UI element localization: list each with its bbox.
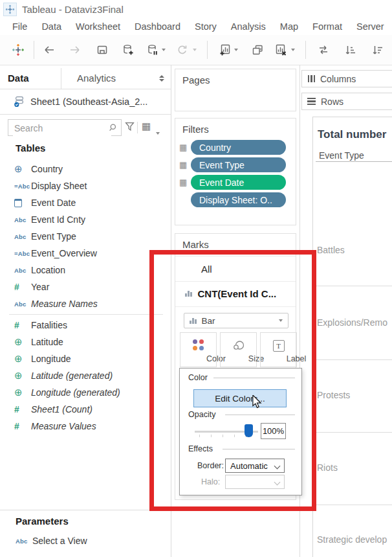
table-icon: ▦ <box>179 143 188 152</box>
add-data-source-icon[interactable] <box>122 43 135 56</box>
tableau-logo-icon <box>3 3 17 16</box>
fields-list: ⊕Country =AbcDisplay Sheet Event Date Ab… <box>0 161 171 435</box>
row-header-strategic[interactable]: Strategic develop <box>317 534 387 545</box>
calculated-string-icon: =Abc <box>14 183 31 190</box>
pages-shelf[interactable]: Pages <box>175 69 296 111</box>
header-underline <box>316 161 392 162</box>
column-field-header[interactable]: Event Type <box>319 150 364 161</box>
search-input[interactable] <box>13 120 111 136</box>
datasource-item[interactable]: Sheet1 (Southeast-Asia_2... <box>0 89 171 115</box>
datasource-name: Sheet1 (Southeast-Asia_2... <box>30 97 147 107</box>
gridline <box>315 286 392 286</box>
marks-label: Marks <box>182 239 296 250</box>
new-worksheet-icon[interactable] <box>219 43 232 56</box>
clear-dropdown-icon[interactable] <box>291 49 295 51</box>
pause-auto-updates-icon[interactable] <box>146 43 159 56</box>
rows-shelf[interactable]: Rows <box>301 93 392 110</box>
field-location[interactable]: AbcLocation <box>0 262 171 278</box>
parameters-divider <box>0 510 171 510</box>
menu-server[interactable]: Server <box>349 21 391 32</box>
field-latitude[interactable]: ⊕Latitude <box>0 334 171 350</box>
field-latitude-generated[interactable]: ⊕Latitude (generated) <box>0 367 171 384</box>
field-event-id-cnty[interactable]: AbcEvent Id Cnty <box>0 211 171 228</box>
field-longitude-generated[interactable]: ⊕Longitude (generated) <box>0 384 171 401</box>
pane-tabs: Data Analytics <box>0 68 171 89</box>
toolbar-separator <box>34 41 34 59</box>
menu-data[interactable]: Data <box>34 21 69 32</box>
number-icon: # <box>14 320 31 330</box>
gridline <box>315 432 392 433</box>
redo-icon[interactable] <box>69 43 82 56</box>
columns-shelf[interactable]: Columns <box>301 70 392 87</box>
globe-icon: ⊕ <box>14 336 31 348</box>
sort-descending-icon[interactable] <box>371 43 384 56</box>
pane-splitter-icon[interactable] <box>159 75 164 82</box>
menu-analysis[interactable]: Analysis <box>224 21 273 32</box>
row-header-battles[interactable]: Battles <box>317 245 345 255</box>
menu-map[interactable]: Map <box>273 21 305 32</box>
swap-rows-columns-icon[interactable] <box>317 43 330 56</box>
refresh-dropdown-icon[interactable] <box>193 49 197 51</box>
toolbar <box>0 35 392 65</box>
globe-icon: ⊕ <box>14 387 31 398</box>
view-options-dropdown-icon[interactable] <box>156 126 160 137</box>
field-fatalities[interactable]: #Fatalities <box>0 317 171 334</box>
refresh-data-icon[interactable] <box>176 43 189 56</box>
row-header-explosions[interactable]: Explosions/Remo <box>317 317 387 328</box>
string-icon: Abc <box>14 301 31 308</box>
tab-analytics[interactable]: Analytics <box>61 68 159 89</box>
menu-worksheet[interactable]: Worksheet <box>69 21 127 32</box>
sheet-title[interactable]: Total number <box>318 128 386 141</box>
window-title: Tableau - Dataviz3Final <box>22 4 124 15</box>
view-options-icon[interactable]: ▦ <box>142 120 151 132</box>
globe-icon: ⊕ <box>14 163 31 175</box>
new-worksheet-dropdown-icon[interactable] <box>234 49 238 51</box>
string-icon: Abc <box>14 267 31 274</box>
row-header-protests[interactable]: Protests <box>317 390 350 400</box>
field-sheet1-count[interactable]: #Sheet1 (Count) <box>0 401 171 418</box>
field-event-overview[interactable]: =AbcEvent_Overview <box>0 245 171 262</box>
pause-dropdown-icon[interactable] <box>162 49 166 51</box>
field-longitude[interactable]: ⊕Longitude <box>0 350 171 367</box>
filter-pill-event-date[interactable]: Event Date <box>191 175 286 190</box>
sheet-view: Total number Event Type Battles Explosio… <box>312 117 392 557</box>
tab-data[interactable]: Data <box>0 68 61 89</box>
parameter-select-a-view[interactable]: Abc Select a View <box>0 532 171 549</box>
tableau-window: Tableau - Dataviz3Final File Data Worksh… <box>0 0 392 557</box>
menu-file[interactable]: File <box>5 21 34 32</box>
separator <box>137 122 138 133</box>
filters-shelf[interactable]: Filters ▦ Country ▦ Event Type ▦ Event D… <box>175 118 296 225</box>
fields-divider <box>9 314 163 315</box>
tables-header: Tables <box>16 142 45 153</box>
globe-icon: ⊕ <box>14 370 31 381</box>
field-event-date[interactable]: Event Date <box>0 194 171 211</box>
sort-ascending-icon[interactable] <box>344 43 357 56</box>
menu-bar: File Data Worksheet Dashboard Story Anal… <box>0 18 392 35</box>
filter-pill-display-sheet[interactable]: Display Sheet: O.. <box>191 192 286 207</box>
filter-pill-row: ▦ Country <box>179 139 296 156</box>
filter-pill-event-type[interactable]: Event Type <box>191 157 286 172</box>
undo-icon[interactable] <box>43 43 56 56</box>
save-icon[interactable] <box>96 43 109 56</box>
field-measure-names[interactable]: AbcMeasure Names <box>0 295 171 312</box>
field-measure-values[interactable]: #Measure Values <box>0 418 171 435</box>
filter-fields-icon[interactable] <box>125 122 135 131</box>
search-box[interactable] <box>8 119 122 136</box>
clear-sheet-icon[interactable] <box>274 43 287 56</box>
duplicate-sheet-icon[interactable] <box>251 43 264 56</box>
filter-pill-row: ▦ Event Type <box>179 156 296 174</box>
field-display-sheet[interactable]: =AbcDisplay Sheet <box>0 177 171 194</box>
row-header-riots[interactable]: Riots <box>317 462 338 473</box>
menu-format[interactable]: Format <box>305 21 349 32</box>
menu-dashboard[interactable]: Dashboard <box>127 21 188 32</box>
globe-icon: ⊕ <box>14 353 31 365</box>
filter-pill-row: ▦ Display Sheet: O.. <box>179 191 296 209</box>
field-event-type[interactable]: AbcEvent Type <box>0 228 171 245</box>
filters-label: Filters <box>182 124 296 135</box>
filter-pill-country[interactable]: Country <box>191 140 286 155</box>
field-country[interactable]: ⊕Country <box>0 161 171 177</box>
menu-story[interactable]: Story <box>188 21 224 32</box>
field-year[interactable]: #Year <box>0 278 171 295</box>
string-icon: Abc <box>14 216 31 223</box>
tableau-logo-icon[interactable] <box>12 43 25 56</box>
